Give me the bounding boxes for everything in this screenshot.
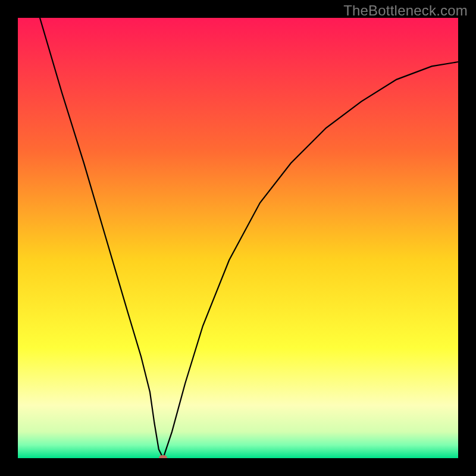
- curve-line: [18, 18, 458, 458]
- chart-frame: TheBottleneck.com: [0, 0, 476, 476]
- watermark-text: TheBottleneck.com: [343, 2, 468, 19]
- plot-area: [18, 18, 458, 458]
- minimum-marker: [159, 455, 167, 458]
